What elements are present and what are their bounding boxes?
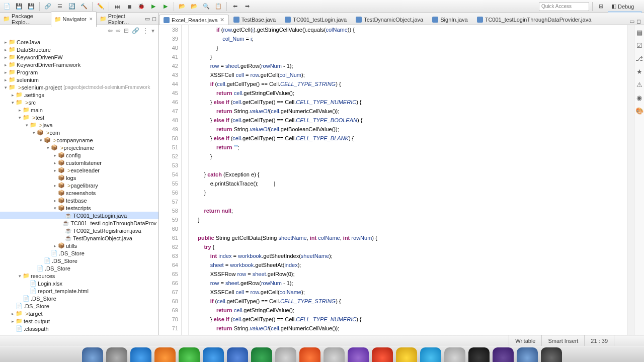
save-icon[interactable]: 💾: [14, 2, 24, 12]
tasklist-icon[interactable]: ☑: [636, 41, 642, 50]
back-icon[interactable]: ⬅: [230, 2, 240, 12]
forward-icon[interactable]: ➡: [242, 2, 252, 12]
disclosure-icon[interactable]: ▸: [3, 77, 8, 82]
tree-item[interactable]: ▸📁Program: [0, 68, 158, 76]
code-editor[interactable]: 38 39 40 41 42 43 44 45 46 47 48 49 50 5…: [159, 25, 644, 335]
perspective-debug[interactable]: ◧Debug: [608, 2, 642, 11]
disclosure-icon[interactable]: ▾: [31, 130, 36, 135]
debug-icon[interactable]: 🐞: [136, 2, 146, 12]
outline-icon[interactable]: ▤: [636, 28, 642, 37]
collapse-all-icon[interactable]: ⊟: [124, 27, 129, 34]
disclosure-icon[interactable]: ▸: [10, 319, 15, 324]
disclosure-icon[interactable]: ▸: [52, 168, 57, 173]
tree-item[interactable]: ▸📁main: [0, 106, 158, 114]
problems-icon[interactable]: ⚠: [636, 80, 642, 89]
disclosure-icon[interactable]: ▸: [17, 108, 22, 113]
save-all-icon[interactable]: 💾: [26, 2, 36, 12]
tree-item[interactable]: ▸📦utills: [0, 242, 158, 249]
tree-item[interactable]: ▸📦customlistener: [0, 159, 158, 166]
tree-item[interactable]: ☕TestDynamicObject.java: [0, 234, 158, 242]
tasks-icon[interactable]: 📋: [213, 2, 223, 12]
editor-tab[interactable]: TestDynamicObject.java: [351, 15, 428, 25]
tree-item[interactable]: ▸📁>target: [0, 310, 158, 317]
tree-item[interactable]: ▾📁resources: [0, 272, 158, 280]
filter-icon[interactable]: ⋮: [142, 27, 148, 34]
tree-item[interactable]: ▸📦config: [0, 151, 158, 159]
disclosure-icon[interactable]: ▸: [52, 198, 57, 203]
tree-item[interactable]: ▾📦>com: [0, 129, 158, 136]
tree-item[interactable]: ▸📁test-output: [0, 317, 158, 325]
disclosure-icon[interactable]: ▾: [45, 145, 50, 150]
disclosure-icon[interactable]: ▾: [38, 138, 43, 143]
disclosure-icon[interactable]: ▸: [52, 183, 57, 188]
tree-item[interactable]: 📄.DS_Store: [0, 249, 158, 257]
run-ext-icon[interactable]: ▶: [160, 2, 171, 12]
palette-icon[interactable]: 🎨: [635, 107, 643, 116]
editor-tab[interactable]: SignIn.java: [428, 15, 472, 25]
tree-item[interactable]: 📄.DS_Store: [0, 295, 158, 302]
link-editor-icon[interactable]: 🔗: [132, 27, 139, 34]
tree-item[interactable]: ▸📦>excelreader: [0, 166, 158, 174]
open-type-icon[interactable]: 📂: [189, 2, 199, 12]
tree-item[interactable]: 📄Login.xlsx: [0, 280, 158, 287]
tree-item[interactable]: 📦logs: [0, 174, 158, 182]
disclosure-icon[interactable]: ▾: [3, 85, 8, 90]
tree-item[interactable]: ▸📦>pagelibrary: [0, 182, 158, 189]
view-tab-package-explo-[interactable]: 📁Package Explo…: [0, 12, 51, 27]
build-icon[interactable]: 🔨: [79, 2, 89, 12]
breakpoints-icon[interactable]: ◉: [636, 94, 642, 103]
editor-minimize-icon[interactable]: ▭: [629, 18, 634, 25]
open-perspective-icon[interactable]: ⊞: [596, 2, 606, 12]
disclosure-icon[interactable]: ▸: [10, 311, 15, 316]
editor-tab[interactable]: TC001_testLogin.java: [280, 15, 351, 25]
fwd-history-icon[interactable]: ⇨: [116, 27, 121, 34]
disclosure-icon[interactable]: ▸: [52, 243, 57, 248]
code-content[interactable]: if (row.getCell(i).getStringCellValue().…: [189, 25, 627, 335]
new-icon[interactable]: 📄: [2, 2, 12, 12]
tree-item[interactable]: ▾📁>java: [0, 121, 158, 129]
quick-access-input[interactable]: Quick Access: [539, 2, 589, 11]
close-icon[interactable]: ✕: [220, 17, 224, 23]
hierarchy-icon[interactable]: ⎇: [635, 54, 643, 63]
editor-tab[interactable]: TC001_testLoginThroughDataProvider.java: [472, 15, 596, 25]
fold-strip[interactable]: [182, 25, 189, 335]
tree-item[interactable]: 📄.DS_Store: [0, 257, 158, 264]
view-menu-icon[interactable]: ▾: [151, 27, 154, 34]
disclosure-icon[interactable]: ▸: [52, 160, 57, 165]
close-icon[interactable]: ✕: [89, 17, 93, 22]
tree-item[interactable]: ▾📦>companyname: [0, 136, 158, 144]
toggle-icon[interactable]: ☰: [55, 2, 65, 12]
tree-item[interactable]: ▾📁>src: [0, 99, 158, 106]
disclosure-icon[interactable]: ▸: [10, 93, 15, 98]
tree-item[interactable]: 📦screenshots: [0, 189, 158, 197]
tree-item[interactable]: 📄.DS_Store: [0, 264, 158, 272]
tree-item[interactable]: ▸📁DataStructure: [0, 46, 158, 53]
minimize-icon[interactable]: ▭: [145, 16, 150, 22]
pencil-icon[interactable]: ✏️: [96, 2, 106, 12]
tree-item[interactable]: ▾📁>selenium-project[pageobjectmodel-sele…: [0, 83, 158, 91]
macos-dock[interactable]: [0, 347, 644, 362]
disclosure-icon[interactable]: ▾: [52, 206, 57, 211]
open-icon[interactable]: 📂: [177, 2, 187, 12]
tree-item[interactable]: 📄report_template.html: [0, 287, 158, 295]
disclosure-icon[interactable]: ▸: [3, 62, 8, 67]
tree-item[interactable]: ☕TC001_testLogin.java: [0, 212, 158, 219]
tree-item[interactable]: ▾📦>projectname: [0, 144, 158, 151]
tree-item[interactable]: ▾📁>test: [0, 114, 158, 121]
disclosure-icon[interactable]: ▸: [3, 55, 8, 60]
tree-item[interactable]: 📄.DS_Store: [0, 302, 158, 310]
disclosure-icon[interactable]: ▸: [3, 40, 8, 45]
tree-item[interactable]: ☕TC002_testRegistraion.java: [0, 227, 158, 234]
stop-icon[interactable]: ⏹: [124, 2, 134, 12]
maximize-icon[interactable]: ◻: [152, 16, 156, 22]
disclosure-icon[interactable]: ▸: [3, 47, 8, 52]
editor-tab[interactable]: Excel_Reader.java✕: [159, 15, 229, 25]
editor-maximize-icon[interactable]: ◻: [636, 18, 641, 25]
tree-item[interactable]: ▸📁KeywordDrivenFW: [0, 53, 158, 61]
search-icon[interactable]: 🔍: [201, 2, 211, 12]
disclosure-icon[interactable]: ▸: [52, 153, 57, 158]
tree-item[interactable]: ▸📁CoreJava: [0, 38, 158, 46]
overview-ruler[interactable]: [627, 25, 634, 335]
back-history-icon[interactable]: ⇦: [108, 27, 113, 34]
tree-item[interactable]: ☕TC001_testLoginThroughDataProv: [0, 219, 158, 227]
